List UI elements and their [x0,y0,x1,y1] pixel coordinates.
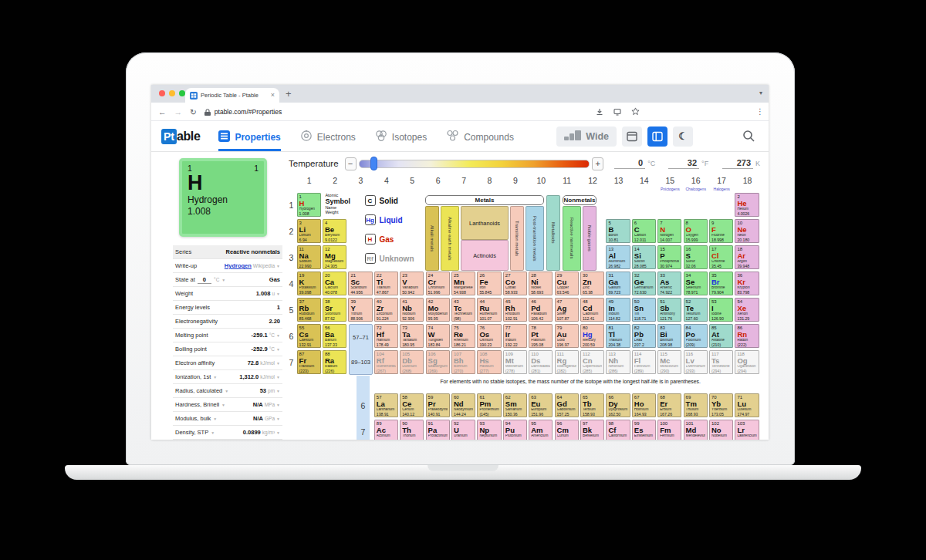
element-Lu[interactable]: 71LuLutetium174.97 [735,393,759,418]
element-Tc[interactable]: 43TcTechnetium(98) [451,298,475,322]
label-dropdown-caret[interactable]: ▼ [221,278,225,282]
element-Li[interactable]: 3LiLithium6.94 [297,219,321,244]
label-dropdown-caret[interactable]: ▼ [211,430,215,435]
element-Cl[interactable]: 17ClChlorine35.45 [709,245,733,270]
element-Si[interactable]: 14SiSilicon28.085 [632,245,656,270]
element-Cf[interactable]: 98CfCalifornium [606,420,630,440]
element-Ga[interactable]: 31GaGallium69.723 [606,272,630,296]
element-Sc[interactable]: 21ScScandium44.956 [348,272,372,296]
nav-tab-compounds[interactable]: Compounds [446,121,514,151]
tab-close-icon[interactable]: × [271,92,275,99]
element-Fm[interactable]: 100FmFermium [657,420,681,440]
group-number-17[interactable]: 17 [708,176,734,185]
value-dropdown-caret[interactable]: ▼ [276,417,280,421]
element-Np[interactable]: 93NpNeptunium [477,420,501,440]
back-icon[interactable]: ← [158,107,167,116]
element-Lr[interactable]: 103LrLawrencium [735,420,759,440]
url-text[interactable]: ptable.com/#Properties [215,108,282,116]
element-Ge[interactable]: 32GeGermanium72.630 [632,272,656,296]
minimize-window-button[interactable] [169,90,175,96]
group-number-18[interactable]: 18 [735,176,760,185]
element-N[interactable]: 7NNitrogen14.007 [657,219,681,244]
element-Nb[interactable]: 41NbNiobium92.906 [400,298,424,322]
element-Cm[interactable]: 96CmCurium [555,420,579,440]
group-number-6[interactable]: 6 [425,176,451,185]
install-app-icon[interactable] [613,105,621,119]
element-U[interactable]: 92UUranium [451,420,475,440]
value-dropdown-caret[interactable]: ▼ [276,347,280,352]
element-H[interactable]: 1HHydrogen1.008 [297,193,321,218]
group-number-14[interactable]: 14 [631,176,657,185]
wide-toggle-button[interactable]: Wide [556,127,617,147]
element-Dy[interactable]: 66DyDysprosium162.50 [606,393,630,418]
element-Ir[interactable]: 77IrIridium192.22 [503,324,527,349]
element-B[interactable]: 5BBoron10.81 [606,219,630,244]
element-Te[interactable]: 52TeTellurium127.60 [684,298,708,322]
element-Os[interactable]: 76OsOsmium190.23 [477,324,501,349]
period-number-6[interactable]: 6 [287,332,296,341]
period-number-7[interactable]: 7 [287,358,296,367]
element-Mt[interactable]: 109MtMeitnerium(278) [503,350,527,375]
element-Sn[interactable]: 50SnTin118.71 [632,298,656,322]
value-dropdown-caret[interactable]: ▼ [276,430,280,435]
element-Pr[interactable]: 59PrPraseodymium140.91 [426,393,450,418]
element-Rg[interactable]: 111RgRoentgenium(282) [555,350,579,375]
element-Ho[interactable]: 67HoHolmium164.93 [632,393,656,418]
fblock-placeholder[interactable]: 57–7189–103 [349,324,373,375]
browser-tab[interactable]: Periodic Table - Ptable × [185,88,279,103]
search-button[interactable] [738,127,759,147]
element-He[interactable]: 2HeHelium4.0026 [735,193,759,218]
value-dropdown-caret[interactable]: ▼ [276,361,280,366]
element-Ce[interactable]: 58CeCerium140.12 [400,393,424,418]
element-Am[interactable]: 95AmAmericium [529,420,553,440]
element-Ru[interactable]: 44RuRuthenium101.07 [477,298,501,322]
element-V[interactable]: 23VVanadium50.942 [400,272,424,296]
element-Rn[interactable]: 86RnRadon(222) [735,324,759,349]
element-Be[interactable]: 4BeBeryllium9.0122 [323,219,346,244]
element-Rb[interactable]: 37RbRubidium85.468 [297,298,321,322]
nav-tab-electrons[interactable]: Electrons [300,121,356,151]
element-Tm[interactable]: 69TmThulium168.93 [684,393,708,418]
group-number-7[interactable]: 7 [451,176,476,185]
element-Na[interactable]: 11NaSodium22.990 [297,245,321,270]
element-Cu[interactable]: 29CuCopper63.546 [555,272,579,296]
compact-view-button[interactable] [622,127,642,147]
category-metalloids[interactable]: Metalloids [546,195,560,271]
category-actinoids[interactable]: Actinoids [461,240,509,271]
element-Kr[interactable]: 36KrKrypton83.798 [735,272,759,296]
group-number-11[interactable]: 11 [554,176,580,185]
element-Pt[interactable]: 78PtPlatinum195.08 [529,324,553,349]
element-Lv[interactable]: 116LvLivermorium(293) [684,350,708,375]
element-Bk[interactable]: 97BkBerkelium [580,420,604,440]
element-Hg[interactable]: 80HgMercury200.59 [580,324,604,349]
element-Sr[interactable]: 38SrStrontium87.62 [323,298,346,322]
element-Md[interactable]: 101MdMendelevium [684,420,708,440]
group-number-13[interactable]: 13 [606,176,631,185]
element-Ra[interactable]: 88RaRadium(226) [323,350,346,375]
bookmark-star-icon[interactable] [631,105,640,119]
element-Zn[interactable]: 30ZnZinc65.38 [580,272,604,296]
element-Tl[interactable]: 81TlThallium204.38 [606,324,630,349]
element-Au[interactable]: 79AuGold196.97 [555,324,579,349]
element-K[interactable]: 19KPotassium39.098 [297,272,321,296]
element-As[interactable]: 33AsArsenic74.922 [657,272,681,296]
group-number-4[interactable]: 4 [373,176,399,185]
element-O[interactable]: 8OOxygen15.999 [684,219,708,244]
element-Pb[interactable]: 82PbLead207.2 [632,324,656,349]
chevron-down-icon[interactable]: ▾ [759,89,762,96]
element-Nh[interactable]: 113NhNihonium(286) [606,350,630,375]
fahrenheit-input[interactable]: 32 [668,158,699,169]
close-window-button[interactable] [159,90,165,96]
element-Sg[interactable]: 106SgSeaborgium(269) [426,350,450,375]
element-Xe[interactable]: 54XeXenon131.29 [735,298,759,322]
element-Es[interactable]: 99EsEinsteinium [632,420,656,440]
element-Hf[interactable]: 72HfHafnium178.49 [374,324,398,349]
group-number-10[interactable]: 10 [529,176,554,185]
element-Ca[interactable]: 20CaCalcium40.078 [323,272,346,296]
element-Og[interactable]: 118OgOganesson(294) [735,350,759,375]
temperature-plus-button[interactable]: + [592,157,603,170]
element-Rh[interactable]: 45RhRhodium102.91 [503,298,527,322]
element-Ni[interactable]: 28NiNickel58.693 [529,272,553,296]
element-Gd[interactable]: 64GdGadolinium157.25 [555,393,579,418]
new-tab-button[interactable]: + [286,88,292,100]
